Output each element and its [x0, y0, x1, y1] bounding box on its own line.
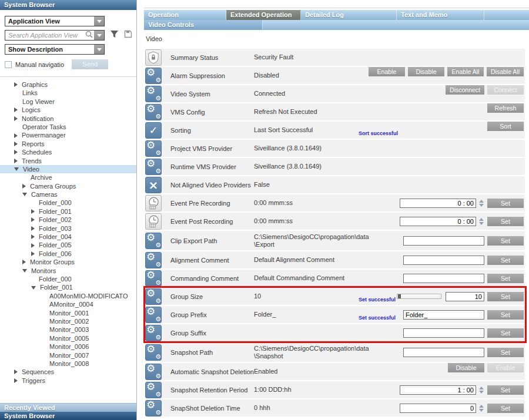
- expand-arrow-icon[interactable]: [22, 269, 27, 273]
- alignment-comment-input[interactable]: [403, 256, 484, 265]
- group-size-input[interactable]: [446, 292, 484, 301]
- snapshot-retention-period-input[interactable]: [400, 385, 476, 395]
- snapshot-deletion-time-input[interactable]: [400, 404, 476, 413]
- event-pre-recording-input[interactable]: [400, 199, 476, 208]
- collapse-arrow-icon[interactable]: [22, 260, 26, 264]
- collapse-arrow-icon[interactable]: [14, 150, 18, 154]
- tree-item-folder-002[interactable]: Folder_002: [0, 216, 136, 224]
- tree-item-folder-000[interactable]: Folder_000: [0, 275, 136, 283]
- set-button[interactable]: Set: [487, 385, 524, 395]
- expand-arrow-icon[interactable]: [31, 286, 36, 290]
- tree-item-monitor-0006[interactable]: Monitor_0006: [0, 342, 136, 351]
- spinner-control[interactable]: [479, 387, 484, 394]
- tree-item-operator-tasks[interactable]: Operator Tasks: [0, 123, 136, 131]
- tree-item-folder-005[interactable]: Folder_005: [0, 241, 136, 249]
- collapse-arrow-icon[interactable]: [14, 82, 18, 87]
- manual-navigation-checkbox[interactable]: [5, 61, 12, 68]
- tree-item-links[interactable]: Links: [0, 89, 136, 97]
- collapse-arrow-icon[interactable]: [14, 116, 18, 121]
- collapse-arrow-icon[interactable]: [14, 378, 18, 383]
- enable-button[interactable]: Enable: [487, 363, 524, 372]
- filter-icon[interactable]: [110, 30, 119, 41]
- tree-item-monitor-0008[interactable]: Monitor_0008: [0, 359, 136, 368]
- tree-item-sequences[interactable]: Sequences: [0, 368, 136, 376]
- group-suffix-input[interactable]: [403, 328, 484, 338]
- tree-item-log-viewer[interactable]: Log Viewer: [0, 98, 136, 106]
- view-selector-dropdown[interactable]: Application View: [5, 16, 105, 26]
- set-button[interactable]: Set: [487, 274, 524, 283]
- spinner-control[interactable]: [479, 200, 484, 207]
- set-button[interactable]: Set: [487, 217, 524, 226]
- group-prefix-input[interactable]: [403, 310, 484, 320]
- disable-all-button[interactable]: Disable All: [487, 67, 524, 76]
- collapse-arrow-icon[interactable]: [14, 159, 18, 163]
- tree-item-monitor-0002[interactable]: Monitor_0002: [0, 317, 136, 325]
- tree-item-monitor-0005[interactable]: Monitor_0005: [0, 334, 136, 342]
- tree-item-folder-004[interactable]: Folder_004: [0, 233, 136, 241]
- refresh-button[interactable]: Refresh: [487, 103, 524, 113]
- collapse-arrow-icon[interactable]: [31, 251, 35, 256]
- set-button[interactable]: Set: [487, 404, 524, 413]
- sort-button[interactable]: Sort: [487, 122, 524, 131]
- tree-item-monitor-0007[interactable]: Monitor_0007: [0, 351, 136, 359]
- system-browser-bar[interactable]: System Browser: [0, 412, 136, 420]
- tree-item-folder-003[interactable]: Folder_003: [0, 224, 136, 233]
- tree-item-video[interactable]: Video: [0, 165, 136, 173]
- enable-button[interactable]: Enable: [369, 67, 405, 76]
- disconnect-button[interactable]: Disconnect: [446, 85, 484, 95]
- tree-item-reports[interactable]: Reports: [0, 140, 136, 148]
- expand-arrow-icon[interactable]: [22, 193, 27, 196]
- collapse-arrow-icon[interactable]: [31, 243, 35, 248]
- tree-item-monitors[interactable]: Monitors: [0, 267, 136, 275]
- set-button[interactable]: Set: [487, 236, 524, 246]
- tree-item-logics[interactable]: Logics: [0, 106, 136, 114]
- set-button[interactable]: Set: [487, 328, 524, 338]
- collapse-arrow-icon[interactable]: [22, 184, 26, 189]
- collapse-arrow-icon[interactable]: [14, 133, 18, 138]
- tab-video-controls[interactable]: Video Controls: [144, 20, 263, 30]
- disable-button[interactable]: Disable: [408, 67, 444, 76]
- tree-item-cameras[interactable]: Cameras: [0, 190, 136, 199]
- set-button[interactable]: Set: [487, 256, 524, 265]
- connect-button[interactable]: Connect: [487, 85, 524, 95]
- enable-all-button[interactable]: Enable All: [447, 67, 484, 76]
- snapshot-path-input[interactable]: [403, 348, 484, 357]
- display-mode-dropdown[interactable]: Show Description: [5, 44, 105, 55]
- tree-item-folder-000[interactable]: Folder_000: [0, 199, 136, 207]
- spinner-control[interactable]: [479, 218, 484, 225]
- tree-item-powermanager[interactable]: Powermanager: [0, 131, 136, 139]
- set-button[interactable]: Set: [487, 348, 524, 357]
- search-input[interactable]: [5, 32, 85, 39]
- tree-item-monitor-0003[interactable]: Monitor_0003: [0, 325, 136, 334]
- tree-item-folder-001[interactable]: Folder_001: [0, 207, 136, 216]
- save-icon[interactable]: [124, 30, 132, 41]
- tab-operation[interactable]: Operation: [144, 10, 226, 20]
- tree-item-folder-001[interactable]: Folder_001: [0, 283, 136, 291]
- chevron-down-icon[interactable]: [94, 31, 104, 40]
- tree-item-triggers[interactable]: Triggers: [0, 377, 136, 385]
- disable-button[interactable]: Disable: [448, 363, 484, 372]
- group-size-slider[interactable]: [397, 294, 441, 299]
- tree-item-graphics[interactable]: Graphics: [0, 80, 136, 89]
- tree-item-monitor-0001[interactable]: Monitor_0001: [0, 309, 136, 317]
- chevron-down-icon[interactable]: [94, 16, 104, 26]
- spinner-control[interactable]: [479, 405, 484, 412]
- commanding-comment-input[interactable]: [403, 274, 484, 283]
- panel-splitter[interactable]: [138, 0, 144, 420]
- collapse-arrow-icon[interactable]: [31, 209, 35, 214]
- collapse-arrow-icon[interactable]: [14, 107, 18, 112]
- tree-item-camera-groups[interactable]: Camera Groups: [0, 182, 136, 190]
- chevron-down-icon[interactable]: [94, 45, 104, 54]
- tree-item-trends[interactable]: Trends: [0, 157, 136, 165]
- tree-item-archive[interactable]: Archive: [0, 173, 136, 182]
- tree-item-amonitor-0004[interactable]: AMonitor_0004: [0, 300, 136, 308]
- send-button[interactable]: Send: [72, 59, 108, 69]
- tree-item-a00monmio-modificato[interactable]: A00MonMIO-MODIFICATO: [0, 292, 136, 300]
- set-button[interactable]: Set: [487, 199, 524, 208]
- tab-detailed-log[interactable]: Detailed Log: [301, 10, 397, 20]
- tree-item-folder-006[interactable]: Folder_006: [0, 250, 136, 258]
- event-post-recording-input[interactable]: [400, 217, 476, 226]
- collapse-arrow-icon[interactable]: [31, 217, 35, 222]
- tree-item-schedules[interactable]: Schedules: [0, 148, 136, 156]
- collapse-arrow-icon[interactable]: [31, 234, 35, 239]
